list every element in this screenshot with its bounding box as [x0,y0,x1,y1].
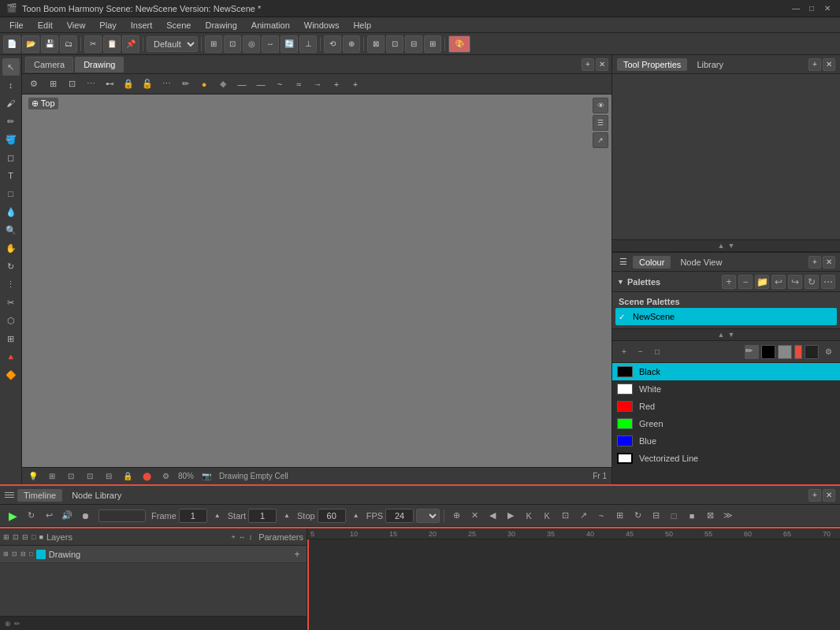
palette-remove-btn[interactable]: − [738,275,753,289]
colour-multi-swatch[interactable] [794,345,802,359]
blank-btn[interactable]: □ [666,508,682,524]
colour-dupe-btn[interactable]: □ [650,345,664,359]
rect-tool[interactable]: □ [2,185,20,202]
fill-btn[interactable]: ■ [684,508,700,524]
onion-btn[interactable]: ◎ [243,35,260,53]
kf-add-btn[interactable]: ⊕ [448,508,464,524]
kf-remove-btn[interactable]: ✕ [466,508,482,524]
node-view-tab[interactable]: Node View [674,256,728,269]
pencil-tool[interactable]: ✏ [2,113,20,130]
position-btn[interactable]: ⊕ [343,35,360,53]
layer-paint[interactable]: 🔶 [2,366,20,384]
brush-tool[interactable]: 🖌 [2,94,20,112]
minimize-button[interactable]: — [790,2,802,15]
zoom-tool[interactable]: 🔍 [2,221,20,239]
dt-line3[interactable]: ~ [271,76,288,93]
tl-close-btn[interactable]: ✕ [823,489,835,502]
kf-next-btn[interactable]: ▶ [503,508,518,524]
status-gear-icon[interactable]: ⚙ [159,470,172,483]
menu-drawing[interactable]: Drawing [199,20,243,31]
start-up[interactable]: ▲ [279,508,295,524]
kf-btn2[interactable]: K [539,508,555,524]
colour-black-swatch[interactable] [761,345,775,359]
sym-btn[interactable]: ⊥ [299,35,317,53]
status-lamp-icon[interactable]: 💡 [27,470,39,483]
colour-mid-swatch[interactable] [778,345,792,359]
drawing-tab[interactable]: Drawing [75,57,124,72]
snap-btn[interactable]: ⊡ [557,508,573,524]
extra-btn[interactable]: ⊞ [611,508,627,524]
dt-onion2[interactable]: ⊷ [101,76,118,93]
dt-line1[interactable]: — [233,76,251,93]
frames-panel[interactable]: 5 10 15 20 25 30 35 40 45 50 55 60 65 70… [307,528,840,630]
library-tab[interactable]: Library [690,58,730,71]
dt-pen[interactable]: ✏ [177,76,194,93]
stop-up[interactable]: ▲ [348,508,364,524]
morph-tool[interactable]: ⋮ [2,276,20,293]
layers-sort-col[interactable]: ↕ [249,533,253,541]
eraser-tool[interactable]: ◻ [2,149,20,166]
ease-btn[interactable]: ~ [593,508,609,524]
palette-refresh-btn[interactable]: ↻ [805,275,819,289]
dt-lock2[interactable]: 🔓 [139,76,156,93]
colour-menu-btn[interactable]: ☰ [617,256,630,269]
menu-play[interactable]: Play [93,20,122,31]
extra-btn-2[interactable]: ⊡ [386,35,403,53]
fps-select[interactable]: 24 [416,509,440,523]
layer-add-btn[interactable]: + [291,548,303,561]
menu-insert[interactable]: Insert [125,20,159,31]
dt-settings[interactable]: ⚙ [25,76,43,93]
menu-scene[interactable]: Scene [160,20,197,31]
colour-panel-plus[interactable]: + [808,256,821,269]
transform-btn[interactable]: ⟲ [324,35,341,53]
dt-line4[interactable]: ≈ [290,76,307,93]
extra-btn-3[interactable]: ⊟ [405,35,422,53]
palettes-collapse-btn[interactable]: ▼ [617,278,624,286]
fill-tool[interactable]: 🔺 [2,348,20,365]
colour-remove-btn[interactable]: − [634,345,648,359]
dt-diamond[interactable]: ◆ [214,76,232,93]
fps-input[interactable] [385,509,414,523]
node-library-tab[interactable]: Node Library [65,489,128,502]
status-lock-icon[interactable]: 🔒 [121,470,134,483]
palette-back-btn[interactable]: ↩ [771,275,786,289]
stop-input[interactable] [318,509,346,523]
panel-close-btn[interactable]: ✕ [823,58,835,71]
colour-row-green[interactable]: Green [612,415,840,432]
palette-folder-btn[interactable]: 📁 [755,275,769,289]
tab-plus-btn[interactable]: + [582,58,594,71]
menu-view[interactable]: View [61,20,92,31]
save-btn[interactable]: 💾 [41,35,58,53]
dt-dots[interactable]: ⋯ [158,76,175,93]
canvas-area[interactable]: ⊕ Top 👁 ☰ ↗ [22,94,611,467]
dt-plus1[interactable]: + [328,76,345,93]
copy-btn[interactable]: 📋 [103,35,121,53]
audio-btn[interactable]: 🔊 [59,508,75,524]
timeline-menu-btn[interactable] [5,492,14,498]
start-input[interactable] [248,509,277,523]
tool-properties-tab[interactable]: Tool Properties [617,58,687,71]
save-all-btn[interactable]: 🗂 [60,35,77,53]
view-select[interactable]: Default [147,36,198,52]
colour-row-vectorized[interactable]: Vectorized Line [612,450,840,467]
palette-more-btn[interactable]: ⋯ [821,275,835,289]
dt-lock1[interactable]: 🔒 [120,76,137,93]
view-arrow-btn[interactable]: ↗ [593,132,608,148]
colour-panel-close[interactable]: ✕ [823,256,835,269]
repeat-btn[interactable]: ↻ [630,508,645,524]
paint-tool[interactable]: 🪣 [2,131,20,148]
select-tool[interactable]: ↖ [2,58,20,76]
colour-row-blue[interactable]: Blue [612,432,840,450]
dt-grid[interactable]: ⊞ [44,76,61,93]
colour-tab[interactable]: Colour [633,256,671,269]
bone-tool[interactable]: ⬡ [2,312,20,329]
cut-btn[interactable]: ✂ [84,35,102,53]
open-btn[interactable]: 📂 [22,35,39,53]
colour-settings-btn[interactable]: ⚙ [821,345,835,359]
rotate-tool[interactable]: ↻ [2,258,20,275]
flip-btn[interactable]: ↔ [262,35,279,53]
rewind-btn[interactable]: ↩ [41,508,57,524]
status-btn2[interactable]: ⊡ [65,470,77,483]
colour-row-white[interactable]: White [612,380,840,398]
play-btn[interactable]: ▶ [5,508,20,524]
